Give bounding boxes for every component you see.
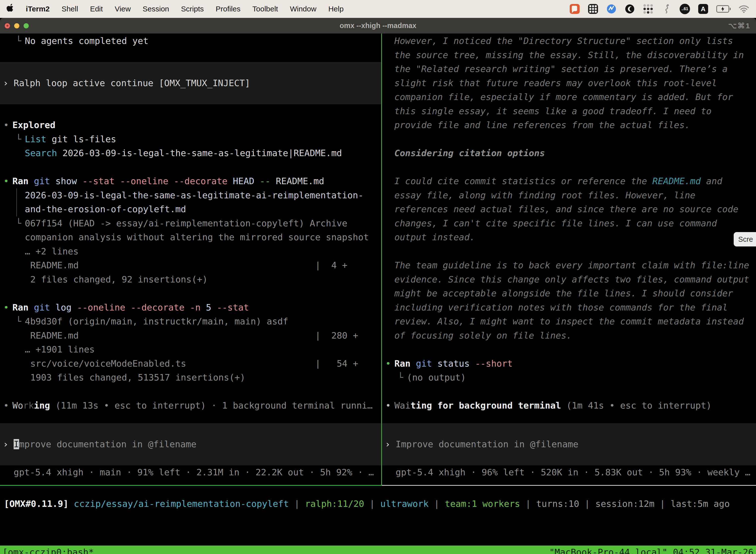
close-button[interactable]: [5, 23, 10, 28]
menu-help[interactable]: Help: [328, 5, 344, 13]
bolt-badge-icon[interactable]: [606, 3, 617, 15]
reasoning-line: the source tree, missing the essay. Stil…: [382, 48, 756, 62]
tree-corner-icon: └: [16, 315, 25, 329]
omx-ralph-counter: ralph:11/20: [305, 499, 364, 509]
window-titlebar: omx --xhigh --madmax ⌥⌘1: [0, 18, 756, 34]
prompt-chevron-icon: ›: [385, 439, 396, 449]
text-cursor: I: [14, 439, 19, 449]
git-show-wrap-row: and-the-erosion-of-copyleft.md: [0, 202, 381, 216]
apple-menu[interactable]: [6, 4, 14, 14]
git-log-stat-row: 1903 files changed, 513517 insertions(+): [0, 371, 381, 385]
reasoning-line: essay file, along with finding root file…: [382, 188, 756, 203]
git-show-wrap-row: 2026-03-09-is-legal-the-same-as-legitima…: [0, 188, 381, 203]
menu-scripts[interactable]: Scripts: [181, 5, 204, 13]
pane-left[interactable]: └No agents completed yet ›Ralph loop act…: [0, 34, 381, 486]
menu-shell[interactable]: Shell: [62, 5, 78, 13]
window-shortcut-badge: ⌥⌘1: [728, 21, 751, 30]
git-status-output-row: └(no output): [382, 371, 756, 385]
reasoning-line: of focusing solely on file lines.: [382, 329, 756, 343]
omx-turns: turns:10: [536, 499, 579, 509]
bullet-icon: •: [385, 399, 394, 413]
git-show-more-row: … +2 lines: [0, 244, 381, 259]
bullet-icon: •: [3, 399, 12, 413]
prompt-input-right[interactable]: ›Improve documentation in @filename: [382, 423, 756, 465]
reasoning-line: provide file and line references from th…: [382, 118, 756, 132]
battery-percent-badge-icon[interactable]: ..61: [679, 3, 691, 15]
omx-last: last:5m ago: [671, 499, 730, 509]
git-show-output-row: companion analysis without altering the …: [0, 230, 381, 244]
input-source-icon[interactable]: A: [697, 3, 709, 15]
menu-window[interactable]: Window: [290, 5, 316, 13]
tmux-host-clock: "MacBook-Pro-44.local" 04:52 31-Mar-26: [549, 546, 754, 554]
reasoning-line: changes, I can't cite specific file line…: [382, 216, 756, 231]
battery-charging-icon[interactable]: [716, 3, 731, 15]
tree-corner-icon: └: [16, 34, 25, 48]
reasoning-line: this single essay, it seems like a good …: [382, 104, 756, 118]
ralph-injected-prompt[interactable]: ›Ralph loop active continue [OMX_TMUX_IN…: [0, 62, 381, 104]
menu-profiles[interactable]: Profiles: [215, 5, 240, 13]
zoom-button[interactable]: [23, 23, 29, 28]
menu-session[interactable]: Session: [143, 5, 169, 13]
menu-bar: iTerm2 Shell Edit View Session Scripts P…: [0, 0, 756, 18]
reasoning-line: output instead.: [382, 230, 756, 244]
dots-grid-icon[interactable]: [642, 3, 654, 15]
git-log-stat-row: README.md | 280 +: [0, 329, 381, 343]
tmux-status-bar: [omx-cczip0:bash* "MacBook-Pro-44.local"…: [0, 546, 756, 554]
tree-line: [16, 202, 25, 216]
prompt-chevron-icon: ›: [3, 78, 14, 88]
status-line-left: gpt-5.4 xhigh · main · 91% left · 2.31M …: [0, 465, 381, 480]
tree-corner-icon: └: [16, 132, 25, 147]
ran-git-show-row: •Ran git show --stat --oneline --decorat…: [0, 174, 381, 188]
reasoning-line: evidence. Since this change only affects…: [382, 273, 756, 287]
explored-search-row: Search 2026-03-09-is-legal-the-same-as-l…: [0, 146, 381, 160]
bullet-icon: •: [3, 118, 12, 132]
git-show-stat-row: README.md | 4 +: [0, 258, 381, 273]
menu-toolbelt[interactable]: Toolbelt: [252, 5, 278, 13]
reasoning-line: The team guideline is to back every impo…: [382, 258, 756, 273]
reasoning-line: might be acceptable alongside the file l…: [382, 286, 756, 300]
omx-version: [OMX#0.11.9]: [4, 499, 74, 509]
agents-note-row: └No agents completed yet: [0, 34, 381, 48]
git-log-output-row: └4b9d30f (origin/main, instructkr/main, …: [0, 315, 381, 329]
bullet-icon: •: [3, 300, 12, 315]
tree-corner-icon: └: [16, 216, 25, 231]
omx-session: session:12m: [595, 499, 654, 509]
status-line-right: gpt-5.4 xhigh · 96% left · 520K in · 5.8…: [382, 465, 756, 480]
working-status-row: •Working (11m 13s • esc to interrupt) · …: [0, 399, 381, 413]
keyboard-app-icon[interactable]: [587, 3, 599, 15]
git-log-more-row: … +1901 lines: [0, 342, 381, 357]
ran-git-status-row: •Ran git status --short: [382, 357, 756, 371]
pane-right[interactable]: However, I noticed the "Directory Struct…: [382, 34, 756, 486]
chat-app-icon[interactable]: [569, 3, 580, 15]
reasoning-line: including verification notes with those …: [382, 300, 756, 315]
explored-list-row: └List git ls-files: [0, 132, 381, 147]
waiting-status-row: •Waiting for background terminal (1m 41s…: [382, 399, 756, 413]
prompt-input-left[interactable]: ›Improve documentation in @filename: [0, 423, 381, 465]
apple-icon: [6, 4, 14, 14]
git-show-output-row: └067f154 (HEAD -> essay/ai-reimplementat…: [0, 216, 381, 231]
menu-edit[interactable]: Edit: [90, 5, 103, 13]
readme-link[interactable]: README.md: [652, 176, 701, 186]
window-controls: [5, 23, 29, 28]
omx-team: team:1 workers: [445, 499, 520, 509]
reasoning-line: companion file, especially if more comme…: [382, 90, 756, 104]
crescent-app-icon[interactable]: [624, 3, 635, 15]
tmux-window-label[interactable]: [omx-cczip0:bash*: [2, 546, 94, 554]
ran-git-log-row: •Ran git log --oneline --decorate -n 5 -…: [0, 300, 381, 315]
omx-path: cczip/essay/ai-reimplementation-copyleft: [74, 499, 289, 509]
menu-items: iTerm2 Shell Edit View Session Scripts P…: [6, 4, 343, 14]
minimize-button[interactable]: [14, 23, 19, 28]
menu-iterm2[interactable]: iTerm2: [26, 5, 50, 13]
tree-corner-icon: └: [398, 371, 407, 385]
omx-status-bar: [OMX#0.11.9] cczip/essay/ai-reimplementa…: [0, 497, 756, 511]
menu-status-icons: ..61 A: [569, 3, 750, 15]
reasoning-line: I could cite commit statistics or refere…: [382, 174, 756, 188]
bullet-icon: •: [385, 357, 394, 371]
menu-view[interactable]: View: [115, 5, 131, 13]
squiggle-icon[interactable]: [661, 3, 672, 15]
screen: iTerm2 Shell Edit View Session Scripts P…: [0, 0, 756, 554]
wifi-icon[interactable]: [738, 3, 750, 15]
prompt-chevron-icon: ›: [3, 439, 14, 449]
reasoning-line: review. Also, I might want to inspect th…: [382, 315, 756, 329]
bullet-icon: •: [3, 174, 12, 188]
